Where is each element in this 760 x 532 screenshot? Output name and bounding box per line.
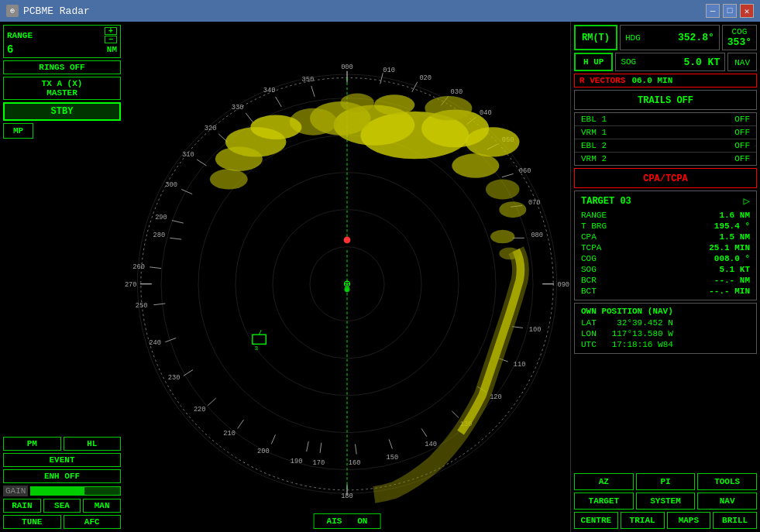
ais-button[interactable]: AIS ON bbox=[314, 513, 381, 529]
target-range-val: 1.6 NM bbox=[719, 211, 750, 220]
gain-label: GAIN bbox=[3, 486, 28, 496]
svg-text:260: 260 bbox=[132, 263, 145, 271]
radar-svg: 000 010 020 030 040 050 060 070 080 bbox=[124, 22, 570, 532]
btn-row-3: CENTRE TRIAL MAPS BRILL bbox=[574, 512, 757, 529]
maps-button[interactable]: MAPS bbox=[667, 512, 711, 529]
cog-box: COG 353° bbox=[722, 25, 757, 50]
svg-text:330: 330 bbox=[232, 104, 244, 112]
trial-button[interactable]: TRIAL bbox=[621, 512, 665, 529]
pm-button[interactable]: PM bbox=[3, 437, 61, 451]
svg-text:250: 250 bbox=[136, 302, 148, 310]
trails-box[interactable]: TRAILS OFF bbox=[574, 90, 757, 110]
tune-button[interactable]: TUNE bbox=[3, 515, 61, 529]
vrm1-row: VRM 1 OFF bbox=[575, 126, 756, 139]
own-lon-val: 117°13.580 W bbox=[612, 329, 673, 338]
own-lon-row: LON 117°13.580 W bbox=[581, 328, 750, 339]
own-utc-row: UTC 17:18:16 W84 bbox=[581, 339, 750, 350]
target-tbrg-row: T BRG 195.4 ° bbox=[581, 221, 750, 232]
enh-button[interactable]: ENH OFF bbox=[3, 469, 121, 483]
cpa-header: CPA/TCPA bbox=[574, 168, 757, 188]
gain-row: GAIN bbox=[3, 486, 121, 496]
target-bcr-val: --.- NM bbox=[714, 276, 750, 285]
target-button[interactable]: TARGET bbox=[574, 493, 634, 510]
stby-button[interactable]: STBY bbox=[3, 102, 121, 121]
cpa-label: CPA/TCPA bbox=[643, 173, 688, 184]
rm-button[interactable]: RM(T) bbox=[574, 25, 617, 50]
svg-text:080: 080 bbox=[531, 232, 543, 239]
svg-point-103 bbox=[215, 147, 263, 171]
rm-hdg-row: RM(T) HDG 352.8° COG 353° bbox=[574, 25, 757, 50]
svg-text:070: 070 bbox=[528, 199, 541, 207]
tools-button[interactable]: TOOLS bbox=[697, 473, 757, 490]
range-plus-button[interactable]: + bbox=[105, 27, 117, 35]
svg-point-97 bbox=[425, 96, 472, 120]
system-button[interactable]: SYSTEM bbox=[636, 493, 696, 510]
svg-text:020: 020 bbox=[419, 74, 432, 82]
event-button[interactable]: EVENT bbox=[3, 453, 121, 467]
pi-button[interactable]: PI bbox=[636, 473, 696, 490]
nav-action-button[interactable]: NAV bbox=[697, 493, 757, 510]
title-bar: ⊕ PCBME Radar — □ ✕ bbox=[0, 0, 760, 22]
bottom-buttons: AZ PI TOOLS TARGET SYSTEM NAV CENTRE TRI… bbox=[574, 473, 757, 529]
target-range-row: RANGE 1.6 NM bbox=[581, 210, 750, 221]
afc-button[interactable]: AFC bbox=[64, 515, 122, 529]
target-bcr-label: BCR bbox=[581, 276, 597, 285]
gain-slider[interactable] bbox=[30, 486, 121, 496]
target-range-label: RANGE bbox=[581, 211, 607, 220]
az-button[interactable]: AZ bbox=[574, 473, 634, 490]
target-cog-val: 008.0 ° bbox=[714, 254, 750, 263]
brill-button[interactable]: BRILL bbox=[713, 512, 757, 529]
vrm1-label: VRM 1 bbox=[581, 128, 607, 137]
target-cpa-row: CPA 1.5 NM bbox=[581, 232, 750, 242]
target-name: TARGET 03 bbox=[581, 196, 631, 207]
svg-text:160: 160 bbox=[349, 459, 361, 467]
svg-text:230: 230 bbox=[168, 374, 181, 382]
hup-button[interactable]: H UP bbox=[574, 53, 613, 71]
right-panel: RM(T) HDG 352.8° COG 353° H UP SOG 5.0 K… bbox=[570, 22, 760, 532]
range-minus-button[interactable]: − bbox=[105, 36, 117, 43]
svg-point-98 bbox=[374, 94, 414, 115]
target-tbrg-val: 195.4 ° bbox=[714, 221, 750, 231]
own-pos-header: OWN POSITION (NAV) bbox=[581, 307, 750, 316]
svg-text:100: 100 bbox=[529, 326, 542, 334]
centre-button[interactable]: CENTRE bbox=[574, 512, 618, 529]
ebl1-row: EBL 1 OFF bbox=[575, 113, 756, 126]
target-cpa-val: 1.5 NM bbox=[719, 232, 750, 242]
svg-point-96 bbox=[452, 153, 499, 177]
rain-button[interactable]: RAIN bbox=[3, 499, 41, 513]
trails-label: TRAILS OFF bbox=[638, 95, 693, 106]
window-title: PCBME Radar bbox=[23, 5, 90, 17]
close-button[interactable]: ✕ bbox=[740, 4, 754, 18]
nav-box: NAV bbox=[727, 53, 757, 71]
sea-button[interactable]: SEA bbox=[43, 499, 81, 513]
svg-text:220: 220 bbox=[194, 406, 206, 414]
rvec-value: 06.0 MIN bbox=[631, 76, 672, 85]
tx-box: TX A (X) MASTER bbox=[3, 77, 121, 100]
own-position-box: OWN POSITION (NAV) LAT 32°39.452 N LON 1… bbox=[574, 303, 757, 354]
radar-area[interactable]: 000 010 020 030 040 050 060 070 080 bbox=[124, 22, 570, 532]
title-bar-controls: — □ ✕ bbox=[706, 4, 754, 18]
ebl-vrm-grid: EBL 1 OFF VRM 1 OFF EBL 2 OFF VRM 2 OFF bbox=[574, 112, 757, 166]
svg-text:350: 350 bbox=[302, 76, 315, 84]
svg-text:000: 000 bbox=[341, 63, 353, 71]
target-box: TARGET 03 ▷ RANGE 1.6 NM T BRG 195.4 ° C… bbox=[574, 190, 757, 300]
hdg-label: HDG bbox=[625, 33, 641, 43]
svg-point-101 bbox=[499, 201, 526, 218]
hl-button[interactable]: HL bbox=[64, 437, 122, 451]
minimize-button[interactable]: — bbox=[706, 4, 720, 18]
tx-line1: TX A (X) bbox=[7, 79, 117, 88]
mp-button[interactable]: MP bbox=[3, 123, 33, 139]
man-button[interactable]: MAN bbox=[83, 499, 121, 513]
target-cpa-label: CPA bbox=[581, 232, 597, 242]
svg-text:200: 200 bbox=[257, 448, 270, 455]
own-lon-label: LON bbox=[581, 329, 597, 338]
target-tcpa-row: TCPA 25.1 MIN bbox=[581, 242, 750, 253]
restore-button[interactable]: □ bbox=[723, 4, 737, 18]
btn-row-1: AZ PI TOOLS bbox=[574, 473, 757, 490]
svg-text:090: 090 bbox=[557, 281, 569, 289]
rings-button[interactable]: RINGS OFF bbox=[3, 60, 121, 74]
range-value: 6 bbox=[7, 43, 13, 56]
svg-text:210: 210 bbox=[223, 430, 236, 438]
svg-text:240: 240 bbox=[149, 339, 161, 347]
ais-bar: AIS ON bbox=[314, 513, 381, 529]
